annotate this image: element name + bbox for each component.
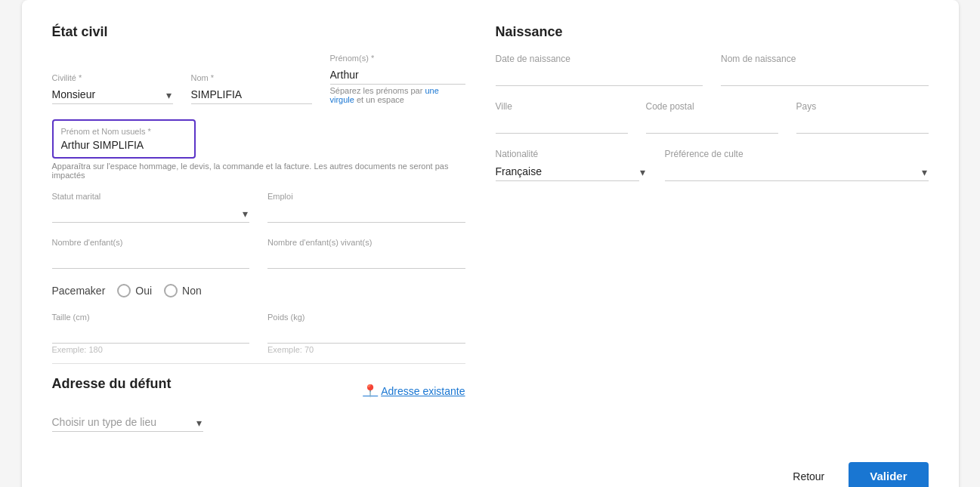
pacemaker-label: Pacemaker [52, 285, 106, 297]
ville-input[interactable] [496, 115, 628, 134]
code-postal-field: Code postal [646, 101, 778, 134]
code-postal-input[interactable] [646, 115, 778, 134]
nom-input[interactable] [191, 85, 312, 104]
retour-button[interactable]: Retour [781, 464, 836, 488]
taille-poids-row: Taille (cm) Exemple: 180 Poids (kg) Exem… [52, 313, 465, 354]
valider-button[interactable]: Valider [849, 462, 928, 487]
statut-emploi-row: Statut marital Célibataire Marié(e) Divo… [52, 192, 465, 223]
type-lieu-select[interactable]: Choisir un type de lieu Domicile EHPAD H… [52, 413, 203, 432]
poids-label: Poids (kg) [267, 313, 465, 322]
adresse-existante-label: Adresse existante [381, 385, 465, 397]
prenom-note: Séparez les prénoms par une virgule et u… [330, 86, 465, 104]
prenom-label: Prénom(s) * [330, 54, 465, 63]
code-postal-label: Code postal [646, 101, 778, 112]
etat-civil-section: État civil Civilité * Monsieur Madame Au… [52, 24, 465, 432]
nb-enfants-vivants-label: Nombre d'enfant(s) vivant(s) [267, 238, 465, 247]
enfants-row: Nombre d'enfant(s) Nombre d'enfant(s) vi… [52, 238, 465, 269]
type-lieu-field: Choisir un type de lieu Domicile EHPAD H… [52, 413, 203, 432]
pacemaker-oui-radio[interactable] [117, 284, 131, 297]
statut-marital-select[interactable]: Célibataire Marié(e) Divorcé(e) Veuf/Veu… [52, 204, 250, 223]
pays-input[interactable] [796, 115, 929, 134]
civilite-field: Civilité * Monsieur Madame Autre ▾ [52, 73, 173, 104]
usuels-label: Prénom et Nom usuels * [61, 127, 187, 136]
prenom-input[interactable] [330, 66, 465, 85]
nationalite-arrow-icon: ▾ [640, 166, 645, 178]
poids-input[interactable] [267, 325, 465, 344]
naissance-ville-row: Ville Code postal Pays [496, 101, 929, 134]
prenom-field: Prénom(s) * Séparez les prénoms par une … [330, 54, 465, 104]
nationalite-culte-row: Nationalité Française Belge Suisse Autre… [496, 149, 929, 181]
type-lieu-select-wrapper[interactable]: Choisir un type de lieu Domicile EHPAD H… [52, 413, 203, 432]
nom-label: Nom * [191, 73, 312, 82]
naissance-date-nom-row: Date de naissance Nom de naissance [496, 54, 929, 86]
statut-marital-select-wrapper[interactable]: Célibataire Marié(e) Divorcé(e) Veuf/Veu… [52, 204, 250, 223]
pacemaker-non-label: Non [182, 285, 202, 297]
usuels-note: Apparaîtra sur l'espace hommage, le devi… [52, 162, 465, 180]
nom-naissance-field: Nom de naissance [721, 54, 929, 86]
nationalite-field: Nationalité Française Belge Suisse Autre… [496, 149, 647, 181]
nom-naissance-input[interactable] [721, 67, 929, 86]
pacemaker-non-radio[interactable] [164, 284, 178, 297]
taille-input[interactable] [52, 325, 250, 344]
civility-row: Civilité * Monsieur Madame Autre ▾ Nom * [52, 54, 465, 104]
nationalite-label: Nationalité [496, 149, 647, 159]
nom-field: Nom * [191, 73, 312, 104]
usuels-box: Prénom et Nom usuels * [52, 119, 196, 159]
civilite-select[interactable]: Monsieur Madame Autre [52, 85, 173, 104]
civilite-label: Civilité * [52, 73, 173, 82]
pays-field: Pays [796, 101, 929, 134]
pacemaker-oui-option[interactable]: Oui [117, 284, 152, 297]
bottom-bar: Retour Valider [52, 462, 929, 487]
taille-field: Taille (cm) Exemple: 180 [52, 313, 250, 354]
nb-enfants-vivants-field: Nombre d'enfant(s) vivant(s) [267, 238, 465, 269]
statut-marital-label: Statut marital [52, 192, 250, 201]
culte-select-wrapper[interactable]: Laïque Catholique Protestant Juif Musulm… [665, 162, 929, 181]
ville-field: Ville [496, 101, 628, 134]
emploi-input[interactable] [267, 204, 465, 223]
nb-enfants-vivants-input[interactable] [267, 250, 465, 269]
nb-enfants-label: Nombre d'enfant(s) [52, 238, 250, 247]
main-card: État civil Civilité * Monsieur Madame Au… [22, 0, 959, 487]
etat-civil-title: État civil [52, 24, 465, 40]
adresse-divider [52, 363, 465, 364]
taille-example: Exemple: 180 [52, 345, 250, 354]
pin-icon: 📍 [363, 384, 378, 398]
nom-naissance-label: Nom de naissance [721, 54, 929, 64]
nb-enfants-input[interactable] [52, 250, 250, 269]
date-naissance-label: Date de naissance [496, 54, 703, 64]
adresse-title: Adresse du défunt [52, 376, 172, 392]
prenom-note-link[interactable]: une virgule [330, 86, 439, 104]
date-naissance-input[interactable] [496, 67, 703, 86]
poids-example: Exemple: 70 [267, 345, 465, 354]
naissance-section: Naissance Date de naissance Nom de naiss… [496, 24, 929, 432]
poids-field: Poids (kg) Exemple: 70 [267, 313, 465, 354]
emploi-label: Emploi [267, 192, 465, 201]
adresse-existante-link[interactable]: 📍 Adresse existante [363, 384, 465, 398]
civilite-select-wrapper[interactable]: Monsieur Madame Autre ▾ [52, 85, 173, 104]
pays-label: Pays [796, 101, 929, 112]
nb-enfants-field: Nombre d'enfant(s) [52, 238, 250, 269]
nationalite-select[interactable]: Française Belge Suisse Autre [496, 162, 639, 181]
taille-label: Taille (cm) [52, 313, 250, 322]
pacemaker-non-option[interactable]: Non [164, 284, 202, 297]
ville-label: Ville [496, 101, 628, 112]
preference-culte-select[interactable]: Laïque Catholique Protestant Juif Musulm… [665, 162, 929, 181]
pacemaker-oui-label: Oui [135, 285, 152, 297]
naissance-title: Naissance [496, 24, 929, 40]
preference-culte-field: Préférence de culte Laïque Catholique Pr… [665, 149, 929, 181]
date-naissance-field: Date de naissance [496, 54, 703, 86]
nationalite-select-wrapper[interactable]: Française Belge Suisse Autre ▾ [496, 162, 647, 181]
statut-marital-field: Statut marital Célibataire Marié(e) Divo… [52, 192, 250, 223]
preference-culte-label: Préférence de culte [665, 149, 929, 159]
pacemaker-row: Pacemaker Oui Non [52, 284, 465, 297]
emploi-field: Emploi [267, 192, 465, 223]
usuels-input[interactable] [61, 139, 187, 151]
adresse-header: Adresse du défunt 📍 Adresse existante [52, 376, 465, 405]
